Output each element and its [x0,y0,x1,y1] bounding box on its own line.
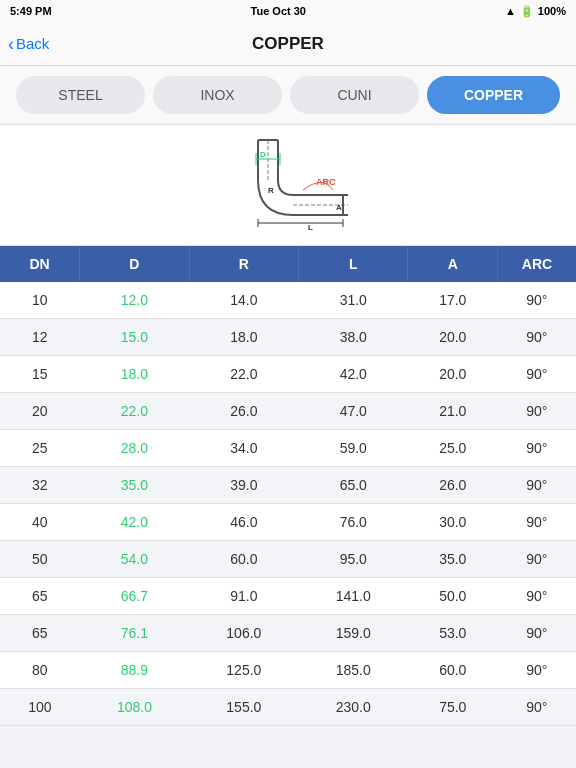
table-cell: 15.0 [80,319,189,356]
header-d: D [80,246,189,282]
back-label: Back [16,35,49,52]
table-row: 3235.039.065.026.090° [0,467,576,504]
table-cell: 159.0 [299,615,408,652]
table-cell: 95.0 [299,541,408,578]
table-cell: 90° [498,356,576,393]
table-cell: 90° [498,282,576,319]
table-cell: 39.0 [189,467,298,504]
table-cell: 90° [498,393,576,430]
elbow-diagram: ARC D R L A [208,135,368,235]
table-cell: 90° [498,689,576,726]
table-cell: 53.0 [408,615,498,652]
table-row: 1012.014.031.017.090° [0,282,576,319]
table-cell: 65.0 [299,467,408,504]
table-cell: 17.0 [408,282,498,319]
table-cell: 90° [498,467,576,504]
table-cell: 90° [498,430,576,467]
page-title: COPPER [252,34,324,54]
table-cell: 108.0 [80,689,189,726]
table-row: 1215.018.038.020.090° [0,319,576,356]
header-r: R [189,246,298,282]
table-cell: 50.0 [408,578,498,615]
table-cell: 76.1 [80,615,189,652]
tab-copper[interactable]: COPPER [427,76,560,114]
table-cell: 25.0 [408,430,498,467]
table-cell: 100 [0,689,80,726]
table-cell: 42.0 [299,356,408,393]
table-cell: 46.0 [189,504,298,541]
table-cell: 88.9 [80,652,189,689]
table-row: 4042.046.076.030.090° [0,504,576,541]
header-dn: DN [0,246,80,282]
header-a: A [408,246,498,282]
svg-text:R: R [268,186,274,195]
table-cell: 141.0 [299,578,408,615]
table-cell: 60.0 [189,541,298,578]
table-cell: 90° [498,504,576,541]
table-cell: 54.0 [80,541,189,578]
table-cell: 31.0 [299,282,408,319]
wifi-icon: ▲ [505,5,516,17]
table-cell: 26.0 [189,393,298,430]
table-cell: 12.0 [80,282,189,319]
status-time: 5:49 PM [10,5,52,17]
table-cell: 20.0 [408,356,498,393]
table-row: 1518.022.042.020.090° [0,356,576,393]
table-cell: 15 [0,356,80,393]
diagram-area: ARC D R L A [0,125,576,246]
table-cell: 26.0 [408,467,498,504]
table-row: 2022.026.047.021.090° [0,393,576,430]
status-bar: 5:49 PM Tue Oct 30 ▲ 🔋 100% [0,0,576,22]
table-cell: 91.0 [189,578,298,615]
nav-bar: ‹ Back COPPER [0,22,576,66]
table-cell: 22.0 [189,356,298,393]
table-cell: 66.7 [80,578,189,615]
table-row: 100108.0155.0230.075.090° [0,689,576,726]
table-cell: 90° [498,319,576,356]
data-table: DN D R L A ARC 1012.014.031.017.090°1215… [0,246,576,726]
table-body: 1012.014.031.017.090°1215.018.038.020.09… [0,282,576,726]
svg-text:A: A [336,203,342,212]
table-cell: 18.0 [80,356,189,393]
table-cell: 38.0 [299,319,408,356]
table-row: 2528.034.059.025.090° [0,430,576,467]
table-cell: 59.0 [299,430,408,467]
table-cell: 34.0 [189,430,298,467]
material-tabs: STEEL INOX CUNI COPPER [0,66,576,125]
table-cell: 76.0 [299,504,408,541]
table-cell: 25 [0,430,80,467]
back-button[interactable]: ‹ Back [8,35,49,53]
battery-icon: 🔋 [520,5,534,18]
table-cell: 20.0 [408,319,498,356]
back-chevron-icon: ‹ [8,35,14,53]
table-cell: 90° [498,541,576,578]
table-cell: 20 [0,393,80,430]
table-row: 6576.1106.0159.053.090° [0,615,576,652]
header-l: L [299,246,408,282]
table-cell: 125.0 [189,652,298,689]
table-cell: 90° [498,652,576,689]
tab-inox[interactable]: INOX [153,76,282,114]
table-cell: 35.0 [80,467,189,504]
table-cell: 40 [0,504,80,541]
table-header-row: DN D R L A ARC [0,246,576,282]
table-row: 8088.9125.0185.060.090° [0,652,576,689]
table-cell: 42.0 [80,504,189,541]
tab-steel[interactable]: STEEL [16,76,145,114]
table-cell: 65 [0,615,80,652]
table-cell: 90° [498,615,576,652]
status-right: ▲ 🔋 100% [505,5,566,18]
table-cell: 30.0 [408,504,498,541]
table-row: 5054.060.095.035.090° [0,541,576,578]
table-cell: 90° [498,578,576,615]
table-cell: 106.0 [189,615,298,652]
table-cell: 75.0 [408,689,498,726]
table-header: DN D R L A ARC [0,246,576,282]
table-cell: 60.0 [408,652,498,689]
table-row: 6566.791.0141.050.090° [0,578,576,615]
table-cell: 22.0 [80,393,189,430]
table-cell: 185.0 [299,652,408,689]
table-cell: 65 [0,578,80,615]
tab-cuni[interactable]: CUNI [290,76,419,114]
table-cell: 32 [0,467,80,504]
